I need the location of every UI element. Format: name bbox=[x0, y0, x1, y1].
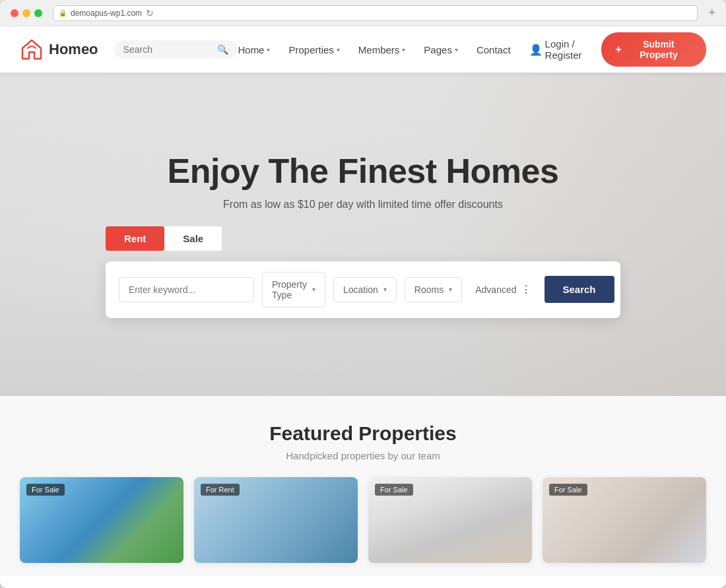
plus-icon: + bbox=[616, 44, 622, 55]
nav-link-login[interactable]: 👤 Login / Register bbox=[529, 38, 588, 61]
nav-link-home[interactable]: Home ▾ bbox=[238, 44, 270, 55]
chevron-down-icon: ▾ bbox=[383, 286, 387, 293]
lock-icon: 🔒 bbox=[59, 9, 67, 16]
featured-title: Featured Properties bbox=[20, 422, 706, 445]
featured-section: Featured Properties Handpicked propertie… bbox=[0, 396, 726, 576]
logo[interactable]: Homeo bbox=[20, 38, 98, 61]
card-image: For Rent bbox=[194, 477, 358, 563]
property-badge: For Sale bbox=[375, 484, 413, 496]
user-icon: 👤 bbox=[529, 44, 543, 56]
logo-icon bbox=[20, 38, 44, 61]
property-badge: For Sale bbox=[26, 484, 65, 496]
property-badge: For Sale bbox=[549, 484, 587, 496]
submit-property-button[interactable]: + Submit Property bbox=[601, 32, 707, 67]
nav-item-pages[interactable]: Pages ▾ bbox=[424, 44, 458, 55]
refresh-icon[interactable]: ↻ bbox=[146, 8, 154, 18]
property-type-label: Property Type bbox=[272, 279, 307, 300]
browser-window: 🔒 demoapus-wp1.com ↻ + Homeo 🔍 bbox=[0, 0, 726, 588]
advanced-label: Advanced bbox=[475, 284, 516, 295]
card-image: For Sale bbox=[20, 477, 183, 563]
logo-text: Homeo bbox=[49, 41, 98, 58]
property-badge: For Rent bbox=[201, 484, 240, 496]
new-tab-button[interactable]: + bbox=[708, 6, 715, 20]
search-icon: 🔍 bbox=[217, 44, 228, 55]
site-content: Homeo 🔍 Home ▾ Properties ▾ bbox=[0, 26, 726, 588]
location-dropdown[interactable]: Location ▾ bbox=[333, 277, 397, 302]
nav-item-login[interactable]: 👤 Login / Register bbox=[529, 38, 588, 61]
nav-link-properties[interactable]: Properties ▾ bbox=[288, 44, 339, 55]
featured-subtitle: Handpicked properties by our team bbox=[20, 450, 706, 461]
property-cards: For Sale For Rent For Sale bbox=[20, 477, 706, 563]
chevron-down-icon: ▾ bbox=[455, 46, 458, 53]
location-label: Location bbox=[343, 284, 378, 295]
nav-item-contact[interactable]: Contact bbox=[477, 44, 511, 55]
nav-item-properties[interactable]: Properties ▾ bbox=[288, 44, 339, 55]
advanced-button[interactable]: Advanced ⋮ bbox=[470, 278, 536, 301]
search-submit-button[interactable]: Search bbox=[544, 276, 614, 303]
hero-title: Enjoy The Finest Homes bbox=[168, 151, 559, 191]
hero-content: Enjoy The Finest Homes From as low as $1… bbox=[168, 151, 559, 211]
chevron-down-icon: ▾ bbox=[337, 46, 340, 53]
property-card[interactable]: For Sale bbox=[20, 477, 183, 563]
nav-link-members[interactable]: Members ▾ bbox=[358, 44, 406, 55]
chevron-down-icon: ▾ bbox=[449, 286, 452, 293]
navbar: Homeo 🔍 Home ▾ Properties ▾ bbox=[0, 26, 726, 73]
tab-rent[interactable]: Rent bbox=[106, 226, 164, 251]
url-text: demoapus-wp1.com bbox=[71, 9, 142, 18]
navbar-search[interactable]: 🔍 bbox=[114, 40, 238, 59]
hero-tabs: Rent Sale bbox=[106, 226, 222, 251]
minimize-dot[interactable] bbox=[22, 9, 30, 17]
nav-item-members[interactable]: Members ▾ bbox=[358, 44, 406, 55]
keyword-input[interactable] bbox=[119, 277, 254, 302]
chevron-down-icon: ▾ bbox=[312, 286, 315, 293]
search-box: Property Type ▾ Location ▾ Rooms ▾ Advan… bbox=[106, 261, 620, 318]
rooms-label: Rooms bbox=[414, 284, 444, 295]
card-image: For Sale bbox=[368, 477, 532, 563]
featured-header: Featured Properties Handpicked propertie… bbox=[20, 422, 706, 461]
card-image: For Sale bbox=[543, 477, 706, 563]
nav-item-home[interactable]: Home ▾ bbox=[238, 44, 270, 55]
hero-subtitle: From as low as $10 per day with limited … bbox=[168, 199, 559, 211]
chevron-down-icon: ▾ bbox=[267, 46, 270, 53]
property-type-dropdown[interactable]: Property Type ▾ bbox=[262, 272, 325, 308]
address-bar[interactable]: 🔒 demoapus-wp1.com ↻ bbox=[53, 5, 698, 21]
property-card[interactable]: For Rent bbox=[194, 477, 358, 563]
hero-section: Enjoy The Finest Homes From as low as $1… bbox=[0, 73, 726, 396]
property-card[interactable]: For Sale bbox=[368, 477, 532, 563]
maximize-dot[interactable] bbox=[34, 9, 42, 17]
chevron-down-icon: ▾ bbox=[402, 46, 405, 53]
rooms-dropdown[interactable]: Rooms ▾ bbox=[405, 277, 462, 302]
tab-sale[interactable]: Sale bbox=[164, 226, 222, 251]
close-dot[interactable] bbox=[11, 9, 18, 17]
nav-link-contact[interactable]: Contact bbox=[477, 44, 511, 55]
options-icon: ⋮ bbox=[521, 283, 531, 296]
navbar-search-input[interactable] bbox=[123, 44, 213, 55]
browser-titlebar: 🔒 demoapus-wp1.com ↻ + bbox=[0, 0, 726, 26]
property-card[interactable]: For Sale bbox=[543, 477, 706, 563]
nav-link-pages[interactable]: Pages ▾ bbox=[424, 44, 458, 55]
nav-links: Home ▾ Properties ▾ Members ▾ bbox=[238, 38, 587, 61]
browser-dots bbox=[11, 9, 42, 17]
